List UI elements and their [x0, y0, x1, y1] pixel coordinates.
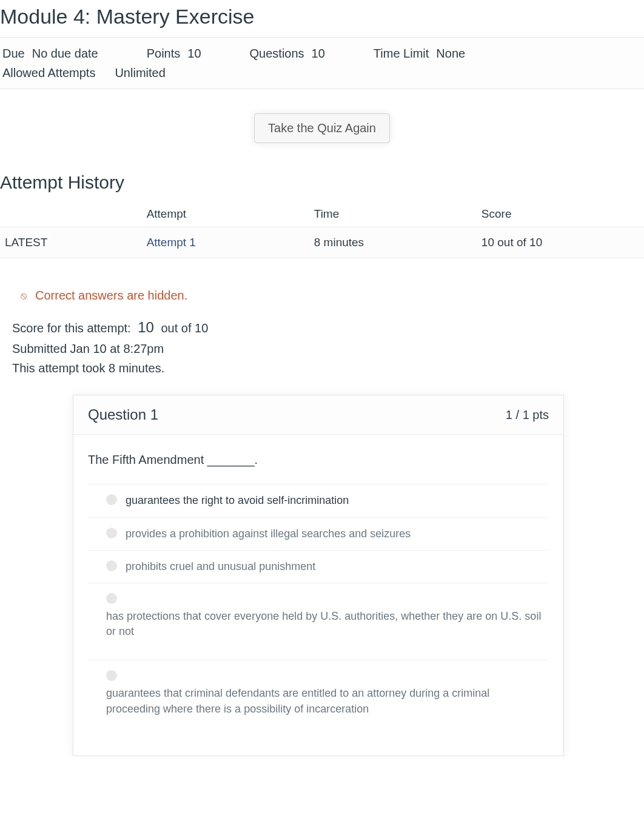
meta-questions-value: 10 [312, 44, 325, 63]
meta-points-label: Points [147, 44, 181, 63]
meta-points-value: 10 [187, 44, 201, 63]
history-latest-cell: LATEST [0, 227, 142, 258]
score-prefix: Score for this attempt: [12, 321, 131, 335]
answer-option: guarantees that criminal defendants are … [88, 660, 549, 725]
page-title: Module 4: Mastery Exercise [0, 0, 644, 37]
answer-option: provides a prohibition against illegal s… [88, 517, 549, 550]
score-suffix: out of 10 [161, 321, 208, 335]
answer-text: provides a prohibition against illegal s… [126, 526, 543, 542]
radio-icon [106, 494, 117, 505]
answer-text: prohibits cruel and unusual punishment [126, 559, 543, 574]
table-row: LATEST Attempt 1 8 minutes 10 out of 10 [0, 227, 644, 258]
score-value: 10 [134, 319, 158, 335]
meta-allowed-value: Unlimited [115, 63, 165, 82]
meta-timelimit: Time Limit None [374, 44, 465, 63]
answer-text: guarantees the right to avoid self-incri… [126, 493, 543, 508]
take-quiz-again-button[interactable]: Take the Quiz Again [254, 113, 390, 143]
answer-option: has protections that cover everyone held… [88, 583, 549, 648]
meta-due-label: Due [2, 44, 25, 63]
radio-icon [106, 670, 117, 681]
quiz-meta-bar: Due No due date Points 10 Questions 10 T… [0, 37, 644, 89]
eye-off-icon: ⦸ [21, 290, 27, 301]
duration-line: This attempt took 8 minutes. [12, 358, 644, 378]
meta-allowed-label: Allowed Attempts [2, 63, 95, 82]
question-prompt: The Fifth Amendment _______. [88, 453, 549, 467]
hidden-note-text: Correct answers are hidden. [35, 289, 187, 303]
history-score-cell: 10 out of 10 [477, 227, 644, 258]
question-points: 1 / 1 pts [506, 408, 549, 422]
meta-questions-label: Questions [250, 44, 304, 63]
history-header-attempt: Attempt [142, 201, 309, 227]
meta-allowed: Allowed Attempts Unlimited [2, 63, 166, 82]
meta-due-value: No due date [32, 44, 98, 63]
answer-option: prohibits cruel and unusual punishment [88, 550, 549, 583]
radio-icon [106, 528, 117, 538]
score-line: Score for this attempt: 10 out of 10 [12, 316, 644, 339]
answer-text: has protections that cover everyone held… [106, 609, 543, 639]
history-header-time: Time [309, 201, 477, 227]
correct-answers-hidden-note: ⦸ Correct answers are hidden. [0, 258, 644, 310]
meta-points: Points 10 [147, 44, 201, 63]
answer-text: guarantees that criminal defendants are … [106, 686, 543, 716]
attempt-history-table: Attempt Time Score LATEST Attempt 1 8 mi… [0, 201, 644, 258]
meta-due: Due No due date [2, 44, 98, 63]
radio-icon [106, 560, 117, 571]
question-card: Question 1 1 / 1 pts The Fifth Amendment… [73, 395, 564, 756]
submitted-line: Submitted Jan 10 at 8:27pm [12, 339, 644, 358]
radio-icon [106, 593, 117, 604]
attempt-history-title: Attempt History [0, 161, 644, 201]
answer-option: guarantees the right to avoid self-incri… [88, 484, 549, 517]
meta-questions: Questions 10 [250, 44, 325, 63]
history-header-blank [0, 201, 142, 227]
question-heading: Question 1 [88, 406, 158, 423]
meta-timelimit-value: None [436, 44, 465, 63]
meta-timelimit-label: Time Limit [374, 44, 429, 63]
history-time-cell: 8 minutes [309, 227, 477, 258]
history-header-score: Score [477, 201, 644, 227]
attempt-link[interactable]: Attempt 1 [147, 236, 196, 249]
